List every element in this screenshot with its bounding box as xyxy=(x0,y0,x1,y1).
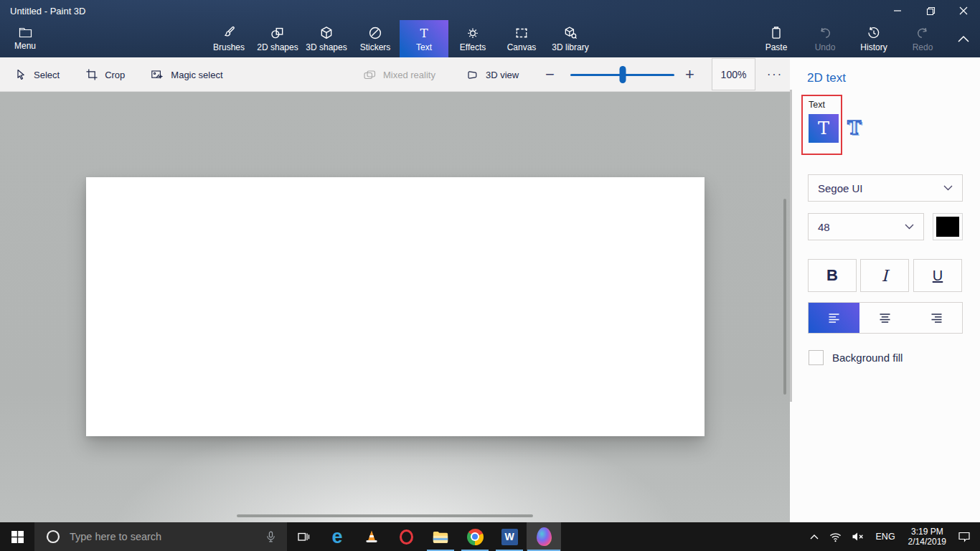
edge-icon: e xyxy=(331,527,342,547)
zoom-in-button[interactable]: + xyxy=(685,57,694,92)
3d-text-tool-button[interactable]: T xyxy=(847,117,861,138)
microphone-icon xyxy=(265,531,277,543)
restore-icon xyxy=(926,6,936,16)
ribbon-right: Paste Undo xyxy=(752,20,947,57)
history-icon xyxy=(867,26,881,40)
action-center-button[interactable] xyxy=(953,522,976,551)
wifi-icon xyxy=(829,532,842,542)
vlc-icon xyxy=(364,529,380,544)
align-right-button[interactable] xyxy=(911,303,962,333)
workspace xyxy=(0,92,790,522)
redo-button[interactable]: Redo xyxy=(898,20,947,57)
chrome-icon xyxy=(467,529,484,545)
tab-stickers[interactable]: Stickers xyxy=(351,20,400,57)
volume-status[interactable] xyxy=(847,522,870,551)
redo-icon xyxy=(915,26,930,40)
drawing-canvas[interactable] xyxy=(86,177,705,436)
clock[interactable]: 3:19 PM 2/14/2019 xyxy=(902,527,953,547)
minimize-icon xyxy=(893,6,902,15)
horizontal-scrollbar[interactable] xyxy=(237,514,533,517)
panel-title: 2D text xyxy=(807,71,846,85)
tab-text[interactable]: T Text xyxy=(400,20,448,57)
chevron-up-icon xyxy=(809,532,819,541)
zoom-level[interactable]: 100% xyxy=(712,58,755,90)
3d-library-icon xyxy=(563,26,578,40)
crop-tool[interactable]: Crop xyxy=(85,68,125,81)
font-family-select[interactable]: Segoe UI xyxy=(808,174,963,202)
wifi-status[interactable] xyxy=(824,522,847,551)
taskbar-app-vlc[interactable] xyxy=(354,522,389,551)
chevron-up-icon xyxy=(957,34,970,43)
task-view-button[interactable] xyxy=(287,522,320,551)
align-right-icon xyxy=(930,313,943,324)
clock-date: 2/14/2019 xyxy=(908,537,946,547)
search-placeholder: Type here to search xyxy=(70,531,265,542)
align-left-button[interactable] xyxy=(809,303,859,333)
opera-icon xyxy=(400,529,413,545)
background-fill-row: Background fill xyxy=(809,350,903,365)
paste-button[interactable]: Paste xyxy=(752,20,801,57)
crop-icon xyxy=(85,68,98,81)
collapse-ribbon-button[interactable] xyxy=(954,30,973,47)
underline-button[interactable]: U xyxy=(913,259,962,292)
svg-text:T: T xyxy=(420,26,428,39)
3d-shapes-icon xyxy=(319,26,334,40)
magic-select-tool[interactable]: Magic select xyxy=(151,68,222,81)
clock-time: 3:19 PM xyxy=(908,527,946,537)
minimize-button[interactable] xyxy=(881,0,914,22)
italic-button[interactable]: I xyxy=(860,259,909,292)
taskbar-app-chrome[interactable] xyxy=(458,522,492,551)
tab-canvas[interactable]: Canvas xyxy=(497,20,546,57)
start-button[interactable] xyxy=(0,522,34,551)
tab-effects[interactable]: Effects xyxy=(448,20,497,57)
restore-button[interactable] xyxy=(914,0,947,22)
zoom-slider[interactable] xyxy=(570,74,674,76)
close-button[interactable] xyxy=(947,0,980,22)
selection-tools: Select Crop Magic select xyxy=(14,57,223,92)
zoom-slider-thumb[interactable] xyxy=(619,66,626,83)
text-panel: 2D text Text T T Segoe UI 48 B I U xyxy=(790,57,980,522)
font-color-picker[interactable] xyxy=(933,213,963,240)
canvas-icon xyxy=(514,26,529,40)
panel-scrollbar[interactable] xyxy=(790,90,792,402)
tray-expand-button[interactable] xyxy=(804,522,824,551)
zoom-out-button[interactable]: − xyxy=(545,57,555,92)
stickers-icon xyxy=(368,26,382,40)
background-fill-checkbox[interactable] xyxy=(809,350,824,365)
mixed-reality-button[interactable]: Mixed reality xyxy=(363,69,435,81)
3d-view-icon xyxy=(466,69,479,81)
taskbar-search[interactable]: Type here to search xyxy=(34,522,287,551)
menu-label: Menu xyxy=(14,41,36,51)
cortana-icon xyxy=(46,529,60,544)
language-indicator[interactable]: ENG xyxy=(870,522,902,551)
action-center-icon xyxy=(958,531,971,542)
system-tray: ENG 3:19 PM 2/14/2019 xyxy=(804,522,980,551)
font-size-select[interactable]: 48 xyxy=(808,213,924,240)
bold-button[interactable]: B xyxy=(808,259,857,292)
3d-view-button[interactable]: 3D view xyxy=(466,69,519,81)
app-header: Untitled - Paint 3D Menu xyxy=(0,0,980,57)
tab-brushes[interactable]: Brushes xyxy=(204,20,253,57)
tab-2d-shapes[interactable]: 2D shapes xyxy=(253,20,302,57)
history-button[interactable]: History xyxy=(849,20,898,57)
chevron-down-icon xyxy=(905,224,914,230)
taskbar-app-file-explorer[interactable] xyxy=(423,522,458,551)
effects-sun-icon xyxy=(466,26,480,40)
taskbar-app-paint3d[interactable] xyxy=(527,522,561,551)
more-options-button[interactable]: ··· xyxy=(760,57,789,92)
undo-button[interactable]: Undo xyxy=(801,20,849,57)
tools-bar: Select Crop Magic select xyxy=(0,57,790,92)
menu-button[interactable]: Menu xyxy=(9,20,42,57)
vertical-scrollbar[interactable] xyxy=(783,199,786,395)
text-icon: T xyxy=(417,26,431,40)
taskbar-app-opera[interactable] xyxy=(389,522,423,551)
taskbar-app-word[interactable]: W xyxy=(492,522,527,551)
window-controls xyxy=(881,0,980,22)
tab-3d-shapes[interactable]: 3D shapes xyxy=(302,20,351,57)
select-tool[interactable]: Select xyxy=(14,68,60,81)
taskbar-app-edge[interactable]: e xyxy=(320,522,354,551)
tab-3d-library[interactable]: 3D library xyxy=(546,20,595,57)
align-center-button[interactable] xyxy=(859,303,910,333)
font-color-value xyxy=(936,217,959,237)
paint3d-icon xyxy=(537,527,552,546)
